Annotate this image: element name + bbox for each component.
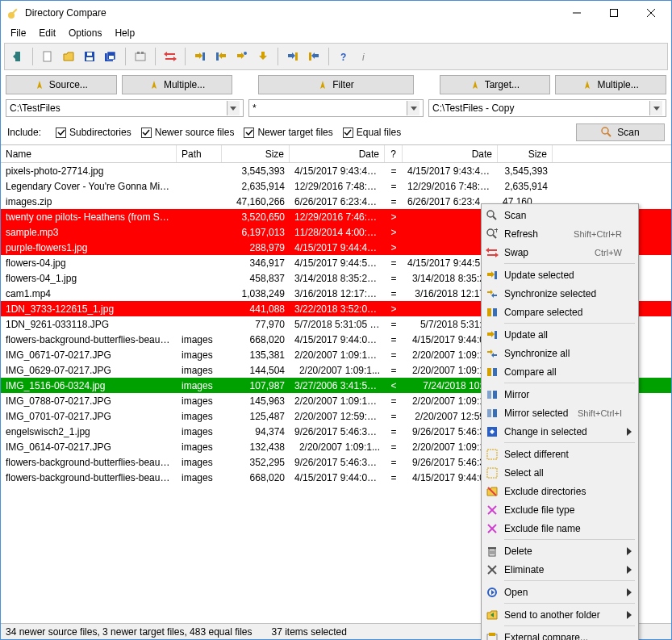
menu-item-update-selected[interactable]: Update selected (483, 266, 637, 284)
filter-button[interactable]: Filter (258, 75, 413, 94)
menu-separator (504, 383, 635, 383)
menu-item-exclude-file-type[interactable]: Exclude file type (483, 500, 637, 519)
table-row[interactable]: pixels-photo-27714.jpg3,545,3934/15/2017… (1, 163, 671, 178)
menu-item-refresh[interactable]: +RefreshShift+Ctrl+R (483, 224, 637, 243)
submenu-arrow-icon (627, 547, 632, 555)
menu-item-mirror-selected[interactable]: Mirror selectedShift+Ctrl+I (483, 404, 637, 422)
menu-item-synchronize-selected[interactable]: Synchronize selected (483, 284, 637, 303)
menu-help[interactable]: Help (108, 26, 141, 40)
menu-separator (504, 603, 635, 604)
menu-item-synchronize-all[interactable]: Synchronize all (483, 344, 637, 362)
toolbar-exit-icon[interactable] (10, 48, 26, 65)
menu-item-open[interactable]: Open (483, 583, 637, 601)
svg-rect-57 (488, 547, 496, 549)
menu-file[interactable]: File (4, 26, 32, 40)
menu-options[interactable]: Options (62, 26, 108, 40)
toolbar-about-icon[interactable]: i (357, 48, 373, 65)
menu-item-scan[interactable]: Scan (483, 206, 637, 224)
toolbar-new-icon[interactable] (40, 48, 56, 65)
target-button[interactable]: Target... (440, 75, 551, 94)
exclude-x-icon (485, 503, 499, 517)
toolbar-action3-icon[interactable] (234, 48, 250, 65)
menu-item-select-different[interactable]: Select different (483, 445, 637, 463)
newer-source-checkbox[interactable]: Newer source files (141, 127, 235, 138)
table-header: Name Path Size Date ? Date Size (1, 145, 671, 163)
cell-compare: = (385, 441, 403, 453)
close-button[interactable] (632, 1, 670, 25)
menu-item-send-to-another-folder[interactable]: Send to another folder (483, 605, 637, 624)
cell-name: purple-flowers1.jpg (1, 242, 177, 253)
source-path-combo[interactable]: C:\TestFiles (6, 99, 244, 117)
toolbar-action6-icon[interactable] (306, 48, 322, 65)
menu-label: Exclude file type (504, 504, 622, 516)
toolbar-action4-icon[interactable] (255, 48, 271, 65)
toolbar-open-icon[interactable] (61, 48, 77, 65)
col-date2[interactable]: Date (403, 145, 498, 162)
svg-rect-47 (487, 468, 497, 478)
menu-item-compare-all[interactable]: Compare all (483, 362, 637, 381)
newer-target-checkbox[interactable]: Newer target files (244, 127, 332, 138)
toolbar-save-icon[interactable] (81, 48, 98, 65)
scan-button[interactable]: Scan (576, 123, 665, 141)
refresh-icon: + (485, 227, 499, 241)
toolbar-separator (278, 48, 278, 65)
filter-combo[interactable]: * (248, 99, 424, 117)
toolbar-settings-icon[interactable] (132, 48, 148, 65)
maximize-button[interactable] (595, 1, 632, 25)
menu-item-change-in-selected[interactable]: Change in selected (483, 422, 637, 441)
menu-item-exclude-file-name[interactable]: Exclude file name (483, 519, 637, 538)
toolbar-action1-icon[interactable] (192, 48, 208, 65)
cell-size: 107,987 (222, 380, 290, 391)
status-left: 34 newer source files, 3 newer target fi… (6, 626, 253, 638)
menu-item-compare-selected[interactable]: Compare selected (483, 303, 637, 321)
menu-item-delete[interactable]: Delete (483, 542, 637, 560)
cell-compare: = (385, 365, 403, 376)
menu-edit[interactable]: Edit (32, 26, 62, 40)
cell-path: images (177, 411, 222, 422)
svg-line-27 (607, 133, 611, 136)
cell-name: flowers-background-butterflies-beautiful… (1, 334, 177, 345)
toolbar-saveall-icon[interactable] (102, 48, 119, 65)
menu-label: Synchronize all (504, 348, 622, 359)
cell-name: cam1.mp4 (1, 288, 177, 299)
toolbar-action2-icon[interactable] (213, 48, 229, 65)
toolbar-action5-icon[interactable] (285, 48, 301, 65)
cell-size: 458,837 (222, 273, 290, 284)
multiple-target-button[interactable]: Multiple... (555, 75, 666, 94)
equal-checkbox[interactable]: Equal files (343, 127, 401, 138)
chevron-down-icon[interactable] (407, 101, 419, 115)
svg-rect-46 (487, 450, 497, 459)
menu-item-eliminate[interactable]: Eliminate (483, 560, 637, 579)
menu-item-select-all[interactable]: Select all (483, 463, 637, 482)
menu-item-swap[interactable]: SwapCtrl+W (483, 243, 637, 261)
col-path[interactable]: Path (177, 145, 222, 162)
minimize-button[interactable] (558, 1, 595, 25)
source-button[interactable]: Source... (6, 75, 117, 94)
menu-item-external-compare-[interactable]: External compare... (483, 628, 637, 640)
chevron-down-icon[interactable] (649, 101, 662, 115)
subdirs-checkbox[interactable]: Subdirectories (56, 127, 131, 138)
col-compare[interactable]: ? (385, 145, 403, 162)
svg-rect-40 (493, 368, 497, 376)
target-path-combo[interactable]: C:\TestFiles - Copy (428, 99, 666, 117)
col-date[interactable]: Date (290, 145, 385, 162)
toolbar-help-icon[interactable]: ? (336, 48, 352, 65)
menu-item-exclude-directories[interactable]: Exclude directories (483, 482, 637, 500)
col-size[interactable]: Size (222, 145, 290, 162)
svg-rect-42 (493, 391, 497, 399)
cell-name: flowers-background-butterflies-beautiful… (1, 457, 177, 468)
multiple-source-button[interactable]: Multiple... (122, 75, 233, 94)
sync-icon (485, 346, 499, 361)
menu-label: Eliminate (504, 564, 622, 575)
svg-rect-1 (11, 8, 17, 14)
col-name[interactable]: Name (1, 145, 177, 162)
table-row[interactable]: Legendary Cover - You're Gonna Miss Me .… (1, 178, 671, 194)
cell-date2: 12/29/2016 7:48:1... (403, 181, 498, 192)
menu-separator (504, 625, 635, 626)
menu-item-mirror[interactable]: Mirror (483, 385, 637, 404)
chevron-down-icon[interactable] (227, 101, 240, 115)
col-size2[interactable]: Size (498, 145, 553, 162)
menu-item-update-all[interactable]: Update all (483, 325, 637, 344)
toolbar-swap-icon[interactable] (162, 48, 178, 65)
cell-date: 4/15/2017 9:44:44 ... (290, 242, 385, 253)
